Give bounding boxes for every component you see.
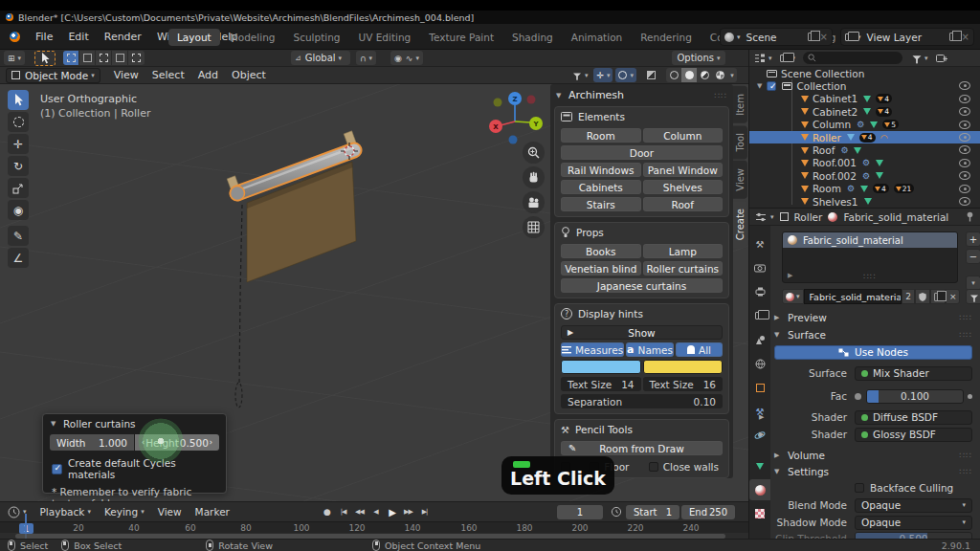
workspace-tab-uv-editing[interactable]: UV Editing bbox=[350, 29, 420, 46]
roller-curtains-button[interactable]: Roller curtains bbox=[643, 261, 724, 276]
copy-icon[interactable] bbox=[808, 33, 815, 41]
names-toggle[interactable]: a Names bbox=[626, 342, 674, 357]
zoom-button[interactable] bbox=[523, 142, 545, 164]
books-button[interactable]: Books bbox=[561, 244, 641, 258]
tab-texture[interactable] bbox=[749, 503, 770, 524]
viewport-menu-view[interactable]: View bbox=[114, 69, 139, 81]
filter-funnel-icon[interactable] bbox=[913, 55, 922, 60]
start-frame-field[interactable]: Start 1 bbox=[626, 505, 679, 519]
object-type-visibility-dropdown[interactable]: ▾ bbox=[569, 68, 591, 82]
tab-world[interactable] bbox=[749, 353, 770, 374]
play-reverse-button[interactable]: ◀ bbox=[368, 505, 384, 518]
select-mode-set[interactable] bbox=[63, 51, 79, 65]
orthographic-toggle-button[interactable] bbox=[523, 216, 545, 238]
tool-measure[interactable]: ∠ bbox=[8, 248, 29, 268]
material-slot-row[interactable]: Fabric_solid_material bbox=[783, 232, 957, 248]
workspace-tab-modeling[interactable]: Modeling bbox=[221, 29, 284, 46]
unlink-button[interactable]: × bbox=[946, 289, 961, 304]
measures-toggle[interactable]: Measures bbox=[561, 342, 624, 357]
tool-annotate[interactable]: ✎ bbox=[8, 226, 29, 246]
tab-render[interactable] bbox=[749, 257, 770, 278]
workspace-tab-texture-paint[interactable]: Texture Paint bbox=[420, 29, 502, 46]
tool-rotate[interactable]: ↻ bbox=[8, 156, 29, 176]
props-header[interactable]: Props bbox=[555, 223, 728, 241]
tool-transform[interactable]: ◉ bbox=[8, 200, 29, 220]
select-mode-intersect[interactable] bbox=[128, 51, 145, 65]
outliner-row-object[interactable]: Room ⚙ 4 21 bbox=[749, 183, 980, 195]
surface-section-header[interactable]: ▼ Surface ∷∷ bbox=[774, 327, 972, 342]
timeline-ruler[interactable]: 20406080100120140160180200220240 1 bbox=[0, 521, 748, 533]
eye-icon[interactable] bbox=[959, 95, 970, 103]
current-frame-field[interactable]: 1 bbox=[557, 505, 603, 519]
tab-output[interactable] bbox=[749, 281, 770, 302]
shading-solid-button[interactable] bbox=[681, 68, 697, 82]
outliner-row-object[interactable]: Roof.001 ⚙ bbox=[749, 157, 980, 169]
timeline-menu-view[interactable]: View bbox=[158, 506, 182, 518]
select-mode-subtract[interactable] bbox=[96, 51, 112, 65]
column-button[interactable]: Column bbox=[643, 128, 724, 143]
record-button[interactable]: ● bbox=[319, 505, 335, 518]
display-mode-icon[interactable] bbox=[754, 54, 766, 63]
properties-editor-icon[interactable] bbox=[755, 212, 767, 222]
name-color-swatch[interactable] bbox=[643, 360, 724, 374]
shelves-button[interactable]: Shelves bbox=[643, 180, 724, 194]
outliner-row-object[interactable]: Column ⚙ 5 bbox=[749, 119, 980, 131]
select-mode-invert[interactable] bbox=[112, 51, 128, 65]
tab-tool[interactable]: ⚒ bbox=[749, 233, 770, 254]
blender-menu-icon[interactable] bbox=[10, 32, 20, 42]
add-slot-button[interactable]: + bbox=[966, 231, 980, 247]
shading-wireframe-button[interactable] bbox=[666, 68, 681, 82]
roof-button[interactable]: Roof bbox=[643, 197, 724, 211]
roller-curtain-object[interactable] bbox=[211, 124, 459, 411]
outliner-row-object[interactable]: Cabinet1 4 bbox=[749, 93, 980, 105]
sidebar-tab-view[interactable]: View bbox=[733, 161, 747, 199]
tab-object[interactable] bbox=[749, 377, 770, 398]
stairs-button[interactable]: Stairs bbox=[561, 197, 641, 211]
mode-dropdown[interactable]: Object Mode ▾ bbox=[6, 68, 100, 83]
gizmo-axis-neg[interactable] bbox=[527, 96, 536, 104]
eye-icon[interactable] bbox=[959, 133, 970, 142]
blend-mode-dropdown[interactable]: Opaque ▾ bbox=[855, 498, 972, 513]
elements-header[interactable]: Elements bbox=[555, 107, 728, 125]
close-walls-checkbox[interactable]: Close walls bbox=[649, 461, 719, 473]
pin-icon[interactable] bbox=[966, 211, 974, 222]
archimesh-panel-header[interactable]: ▼ Archimesh ∷∷ bbox=[550, 86, 733, 104]
sidebar-tab-tool[interactable]: Tool bbox=[733, 125, 747, 159]
select-mode-extend[interactable] bbox=[79, 51, 96, 65]
new-collection-icon[interactable] bbox=[936, 54, 947, 63]
preview-range-clock-icon[interactable] bbox=[611, 506, 622, 518]
use-nodes-button[interactable]: Use Nodes bbox=[774, 345, 972, 360]
gizmos-toggle[interactable]: ✛ ▾ bbox=[593, 68, 612, 82]
snap-toggle[interactable]: ∩ ▾ bbox=[356, 51, 376, 65]
material-slot-list[interactable]: Fabric_solid_material ∷∷ ▶ bbox=[782, 231, 958, 283]
workspace-tab-sculpting[interactable]: Sculpting bbox=[284, 29, 348, 46]
view-layer-selector[interactable]: ▾ View Layer × bbox=[840, 28, 974, 46]
filter-type-icon[interactable] bbox=[780, 55, 790, 62]
surface-shader-field[interactable]: Mix Shader bbox=[855, 366, 972, 381]
shading-rendered-button[interactable] bbox=[712, 68, 727, 82]
tab-object-data[interactable] bbox=[749, 455, 770, 476]
outliner-row-object[interactable]: Shelves1 bbox=[749, 195, 980, 208]
show-hints-button[interactable]: ▶ Show bbox=[561, 325, 723, 340]
text-size-field-1[interactable]: Text Size 14 bbox=[561, 377, 641, 391]
all-toggle[interactable]: All bbox=[676, 342, 723, 357]
workspace-tab-animation[interactable]: Animation bbox=[563, 29, 632, 46]
expand-arrow-icon[interactable]: ▶ bbox=[759, 430, 767, 438]
venetian-blind-button[interactable]: Venetian blind bbox=[561, 261, 641, 276]
timeline-menu-keying[interactable]: Keying▾ bbox=[104, 506, 145, 518]
material-name-field[interactable]: Fabric_solid_material bbox=[804, 289, 902, 304]
expand-arrow-icon[interactable]: ▶ bbox=[759, 413, 767, 421]
collection-checkbox[interactable] bbox=[767, 81, 776, 91]
shading-material-button[interactable] bbox=[697, 68, 712, 82]
tab-material[interactable] bbox=[749, 479, 770, 500]
room-button[interactable]: Room bbox=[561, 128, 641, 143]
tool-cursor[interactable] bbox=[8, 112, 29, 132]
workspace-tab-shading[interactable]: Shading bbox=[503, 29, 562, 46]
expand-arrow-icon[interactable]: ▼ bbox=[757, 82, 762, 90]
tab-view-layer[interactable] bbox=[749, 305, 770, 326]
filter-dropdown[interactable]: ▾ bbox=[966, 289, 980, 304]
panel-window-button[interactable]: Panel Window bbox=[643, 163, 724, 177]
outliner-row-scene-collection[interactable]: Scene Collection bbox=[749, 67, 980, 79]
outliner-row-object[interactable]: Roof.002 ⚙ bbox=[749, 169, 980, 182]
eye-icon[interactable] bbox=[959, 185, 970, 193]
